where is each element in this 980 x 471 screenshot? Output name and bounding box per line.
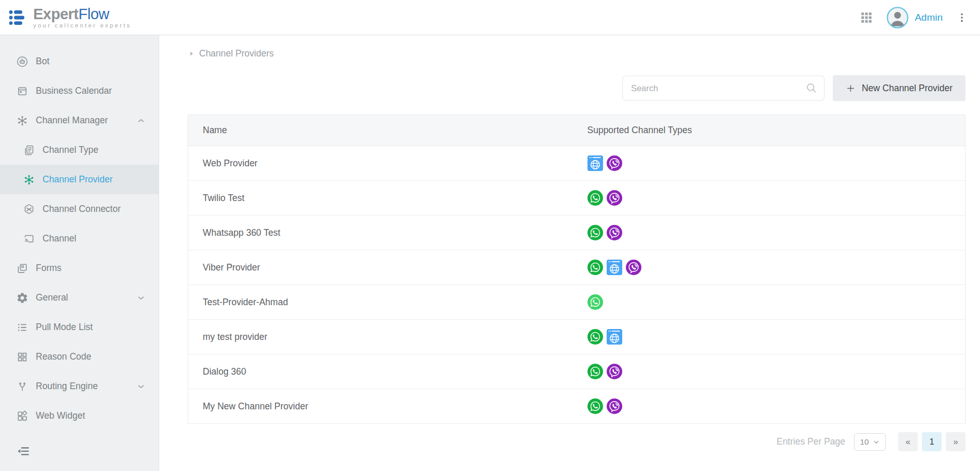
sidebar-item-channel-type[interactable]: Channel Type bbox=[0, 135, 159, 165]
page-title: Channel Providers bbox=[199, 48, 274, 59]
whatsapp-icon bbox=[587, 364, 603, 379]
avatar[interactable] bbox=[887, 7, 908, 28]
web-icon bbox=[607, 329, 622, 345]
channel-icons bbox=[587, 225, 965, 240]
table-row[interactable]: My New Channel Provider bbox=[188, 389, 965, 424]
provider-name: Dialog 360 bbox=[188, 354, 573, 389]
table-row[interactable]: Twilio Test bbox=[188, 181, 965, 216]
sidebar-item-channel-provider[interactable]: Channel Provider bbox=[0, 165, 159, 194]
sidebar-nav: Bot Business Calendar Channel Manager Ch… bbox=[0, 47, 159, 431]
chevron-down-icon bbox=[136, 381, 146, 392]
sidebar: Bot Business Calendar Channel Manager Ch… bbox=[0, 35, 159, 471]
table-row[interactable]: Viber Provider bbox=[188, 250, 965, 285]
search-icon bbox=[805, 82, 818, 94]
column-header-name: Name bbox=[188, 115, 573, 146]
hub-icon bbox=[16, 115, 29, 127]
user-menu-admin[interactable]: Admin bbox=[915, 12, 943, 23]
whatsapp-icon bbox=[587, 329, 603, 345]
channel-icons bbox=[587, 398, 965, 414]
sidebar-item-bot[interactable]: Bot bbox=[0, 47, 159, 76]
sidebar-item-channel-connector[interactable]: Channel Connector bbox=[0, 194, 159, 224]
entries-per-page-label: Entries Per Page bbox=[777, 436, 845, 447]
sidebar-item-channel-manager[interactable]: Channel Manager bbox=[0, 106, 159, 135]
whatsapp-icon bbox=[587, 190, 603, 206]
sidebar-item-forms[interactable]: Forms bbox=[0, 253, 159, 283]
table-header-row: Name Supported Channel Types bbox=[188, 115, 965, 146]
widgets-icon bbox=[16, 410, 29, 422]
viber-icon bbox=[626, 260, 641, 275]
apps-grid-icon[interactable] bbox=[860, 11, 873, 24]
routing-icon bbox=[16, 380, 29, 393]
main-content: Channel Providers New Channel Provider bbox=[159, 35, 980, 471]
viber-icon bbox=[607, 190, 622, 206]
topbar: ExpertFlow your callcenter experts Admin bbox=[0, 0, 980, 35]
provider-name: Whatsapp 360 Test bbox=[188, 216, 573, 250]
channel-icons bbox=[587, 190, 965, 206]
kebab-menu-icon[interactable] bbox=[956, 12, 968, 23]
sidebar-item-routing-engine[interactable]: Routing Engine bbox=[0, 372, 159, 401]
sidebar-item-general[interactable]: General bbox=[0, 283, 159, 312]
provider-name: my test provider bbox=[188, 320, 573, 354]
channel-icons bbox=[587, 155, 965, 171]
bot-icon bbox=[16, 55, 29, 68]
column-header-supported-channel-types: Supported Channel Types bbox=[573, 115, 965, 146]
channel-providers-table: Name Supported Channel Types Web Provide… bbox=[188, 115, 965, 424]
channel-icons bbox=[587, 294, 965, 310]
chevron-up-icon bbox=[136, 116, 146, 126]
pagination-bar: Entries Per Page 10 « 1 » bbox=[188, 432, 965, 451]
gear-icon bbox=[16, 292, 29, 304]
hub-icon bbox=[23, 174, 35, 186]
breadcrumb: Channel Providers bbox=[188, 48, 965, 59]
sidebar-item-reason-code[interactable]: Reason Code bbox=[0, 342, 159, 372]
channel-icons bbox=[587, 364, 965, 379]
web-icon bbox=[607, 260, 622, 275]
provider-name: My New Channel Provider bbox=[188, 389, 573, 424]
sidebar-item-channel[interactable]: Channel bbox=[0, 224, 159, 253]
entries-per-page-select[interactable]: 10 bbox=[854, 433, 886, 451]
viber-icon bbox=[607, 398, 622, 414]
whatsapp-icon bbox=[587, 398, 603, 414]
chevron-down-icon bbox=[873, 438, 880, 446]
channel-icons bbox=[587, 260, 965, 275]
document-icon bbox=[23, 144, 35, 156]
collapse-menu-icon[interactable] bbox=[16, 444, 31, 459]
viber-icon bbox=[607, 155, 622, 171]
brand-name: ExpertFlow bbox=[33, 6, 131, 22]
brand-logo-icon bbox=[8, 9, 28, 26]
table-row[interactable]: my test provider bbox=[188, 320, 965, 354]
sidebar-item-web-widget[interactable]: Web Widget bbox=[0, 401, 159, 431]
provider-name: Web Provider bbox=[188, 146, 573, 181]
page-1-button[interactable]: 1 bbox=[922, 432, 942, 451]
provider-name: Test-Provider-Ahmad bbox=[188, 285, 573, 320]
next-page-button[interactable]: » bbox=[946, 432, 965, 451]
provider-name: Viber Provider bbox=[188, 250, 573, 285]
viber-icon bbox=[607, 225, 622, 240]
plus-icon bbox=[846, 83, 856, 93]
sidebar-item-pull-mode-list[interactable]: Pull Mode List bbox=[0, 312, 159, 342]
sidebar-item-business-calendar[interactable]: Business Calendar bbox=[0, 76, 159, 106]
brand-tagline: your callcenter experts bbox=[33, 22, 131, 28]
web-icon bbox=[587, 155, 603, 171]
viber-icon bbox=[607, 364, 622, 379]
provider-name: Twilio Test bbox=[188, 181, 573, 216]
search-input[interactable] bbox=[622, 76, 824, 101]
whatsapp-icon bbox=[587, 225, 603, 240]
list-icon bbox=[16, 321, 29, 334]
whatsapp-icon bbox=[587, 260, 603, 275]
cast-icon bbox=[23, 233, 35, 245]
table-row[interactable]: Test-Provider-Ahmad bbox=[188, 285, 965, 320]
table-row[interactable]: Whatsapp 360 Test bbox=[188, 216, 965, 250]
brand-logo[interactable]: ExpertFlow your callcenter experts bbox=[8, 6, 131, 28]
chevron-down-icon bbox=[136, 293, 146, 303]
table-row[interactable]: Dialog 360 bbox=[188, 354, 965, 389]
forms-icon bbox=[16, 262, 29, 275]
table-row[interactable]: Web Provider bbox=[188, 146, 965, 181]
channel-icons bbox=[587, 329, 965, 345]
breadcrumb-chevron-icon bbox=[188, 50, 195, 58]
connector-icon bbox=[23, 203, 35, 216]
calendar-icon bbox=[16, 85, 29, 97]
new-channel-provider-button[interactable]: New Channel Provider bbox=[833, 75, 965, 101]
toolbar: New Channel Provider bbox=[188, 75, 965, 101]
whatsapp-icon bbox=[587, 294, 603, 310]
prev-page-button[interactable]: « bbox=[898, 432, 918, 451]
